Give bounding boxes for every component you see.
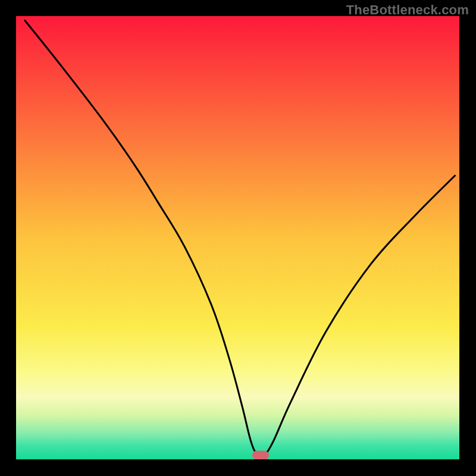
watermark-text: TheBottleneck.com xyxy=(346,2,469,18)
chart-svg xyxy=(16,16,459,459)
optimal-point-marker xyxy=(252,450,269,459)
plot-area xyxy=(16,16,459,459)
chart-frame: TheBottleneck.com xyxy=(0,0,476,476)
